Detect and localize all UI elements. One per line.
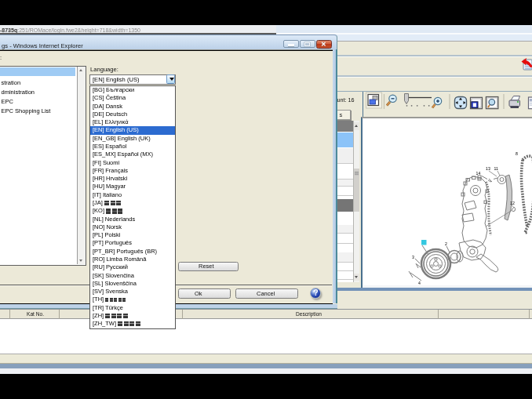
svg-text:8: 8 (516, 151, 518, 156)
svg-text:3: 3 (412, 255, 414, 259)
svg-text:13: 13 (486, 165, 490, 170)
svg-text:2: 2 (445, 241, 447, 246)
svg-text:14: 14 (476, 170, 480, 175)
svg-text:12: 12 (510, 200, 515, 205)
svg-text:11: 11 (494, 165, 497, 170)
